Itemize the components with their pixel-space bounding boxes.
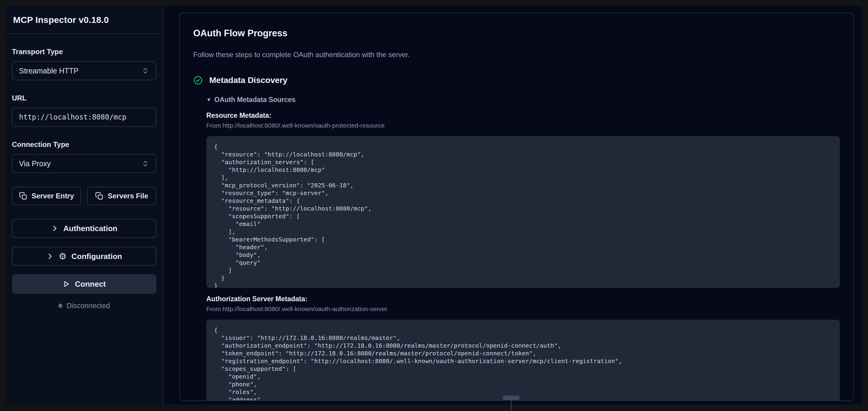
configuration-label: Configuration [71,252,122,261]
main-panel: OAuth Flow Progress Follow these steps t… [164,6,862,405]
auth-server-metadata-code[interactable]: { "issuer": "http://172.18.0.16:8080/rea… [206,320,840,401]
authentication-label: Authentication [63,224,117,233]
oauth-metadata-sources-toggle[interactable]: ▼ OAuth Metadata Sources [206,96,840,104]
status-dot-icon [58,304,62,308]
auth-server-metadata-heading: Authorization Server Metadata: [206,295,840,303]
server-entry-label: Server Entry [32,192,74,200]
transport-type-label: Transport Type [12,48,156,56]
configuration-toggle[interactable]: ⚙ Configuration [12,247,156,266]
resource-metadata-code[interactable]: { "resource": "http://localhost:8080/mcp… [206,136,840,288]
copy-icon [95,192,103,200]
app-window: MCP Inspector v0.18.0 Transport Type Str… [5,6,862,405]
play-icon [62,280,70,288]
sources-toggle-label: OAuth Metadata Sources [214,96,296,104]
url-input[interactable] [12,108,156,127]
select-chevrons-icon [142,160,149,168]
panel-resize-line [511,399,512,411]
chevron-right-icon [46,253,54,260]
step-content: ▼ OAuth Metadata Sources Resource Metada… [206,96,840,401]
server-entry-button[interactable]: Server Entry [12,187,81,205]
step-metadata-discovery: Metadata Discovery [193,76,840,85]
step-title: Metadata Discovery [209,76,287,85]
sidebar-header: MCP Inspector v0.18.0 [5,6,163,34]
resource-metadata-heading: Resource Metadata: [206,112,840,120]
app-title: MCP Inspector v0.18.0 [13,15,155,25]
page-title: OAuth Flow Progress [193,28,840,39]
transport-type-value: Streamable HTTP [19,67,79,75]
connect-button[interactable]: Connect [12,274,156,294]
gear-icon: ⚙ [59,252,67,261]
servers-file-label: Servers File [107,192,148,200]
select-chevrons-icon [142,67,149,75]
oauth-flow-card: OAuth Flow Progress Follow these steps t… [179,12,854,401]
chevron-right-icon [51,225,59,232]
authentication-toggle[interactable]: Authentication [12,219,156,238]
connection-type-value: Via Proxy [19,159,51,168]
auth-server-metadata-source: From http://localhost:8080/.well-known/o… [206,305,840,313]
connection-type-select[interactable]: Via Proxy [12,154,156,173]
copy-buttons-row: Server Entry Servers File [12,187,156,205]
panel-resize-handle[interactable] [503,395,520,400]
transport-type-select[interactable]: Streamable HTTP [12,61,156,80]
connection-type-label: Connection Type [12,140,156,149]
page-subtitle: Follow these steps to complete OAuth aut… [193,51,840,59]
url-label: URL [12,94,156,102]
sidebar-body: Transport Type Streamable HTTP URL Conne… [5,34,163,310]
copy-icon [19,192,27,200]
check-circle-icon [193,76,203,85]
connection-status: Disconnected [12,301,156,310]
servers-file-button[interactable]: Servers File [87,187,156,205]
resource-metadata-source: From http://localhost:8080/.well-known/o… [206,122,840,129]
sidebar: MCP Inspector v0.18.0 Transport Type Str… [5,6,163,405]
triangle-down-icon: ▼ [206,97,211,103]
status-text: Disconnected [67,301,110,310]
connect-label: Connect [75,280,106,289]
